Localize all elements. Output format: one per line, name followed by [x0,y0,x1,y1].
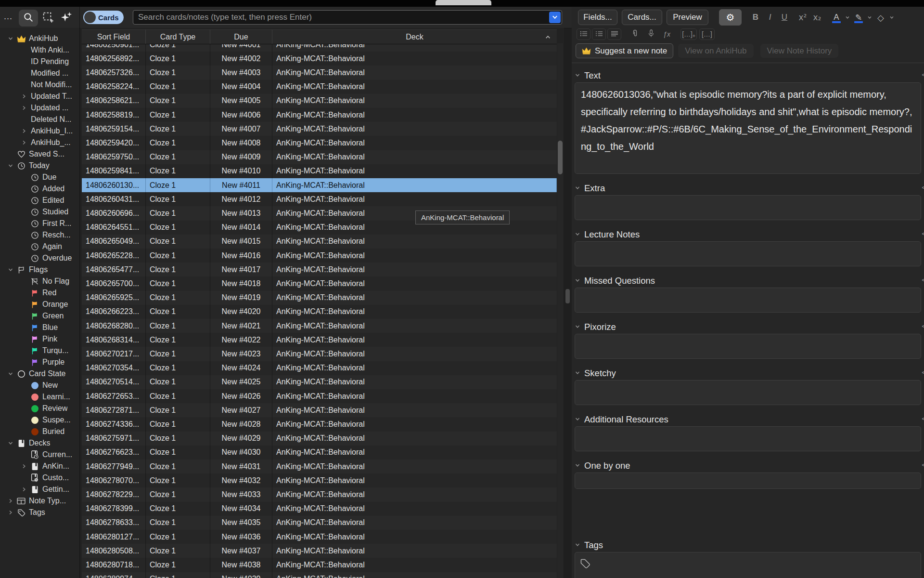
superscript-button[interactable]: x² [796,10,810,25]
sidebar-item-again[interactable]: Again [0,241,79,252]
sidebar-item-red[interactable]: Red [0,287,79,299]
sidebar-item-saved-s[interactable]: Saved S... [0,148,79,160]
chevron-right-icon[interactable] [19,462,29,470]
table-row[interactable]: 14806272871...Cloze 1New #4027AnKing-MCA… [82,403,557,417]
chevron-down-icon[interactable] [575,184,580,193]
sidebar-item-curren[interactable]: Curren... [0,449,79,460]
field-header-sketchy[interactable]: Sketchy<> [575,368,921,379]
underline-button[interactable]: U [777,10,792,25]
field-input-missed-questions[interactable] [575,288,921,313]
sidebar-item-first-r[interactable]: First R... [0,218,79,229]
chevron-right-icon[interactable] [19,92,29,100]
preview-button[interactable]: Preview [667,10,708,25]
sidebar-item-orange[interactable]: Orange [0,299,79,310]
field-header-extra[interactable]: Extra<> [575,183,921,194]
sidebar-item-review[interactable]: Review [0,403,79,414]
table-row[interactable]: 14806265477...Cloze 1New #4017AnKing-MCA… [82,263,557,276]
table-row[interactable]: 14806280508...Cloze 1New #4037AnKing-MCA… [82,544,557,558]
sidebar-item-not-modifi[interactable]: Not Modifi... [0,79,79,91]
table-row[interactable]: 14806278399...Cloze 1New #4034AnKing-MCA… [82,502,557,516]
attach-button[interactable] [628,28,642,40]
chevron-right-icon[interactable] [19,104,29,112]
field-header-missed-questions[interactable]: Missed Questions<> [575,275,921,287]
subscript-button[interactable]: x₂ [810,10,824,25]
table-row[interactable]: 14806257326...Cloze 1New #4003AnKing-MCA… [82,66,557,79]
text-color-button[interactable]: A [829,10,844,25]
sidebar-item-blue[interactable]: Blue [0,322,79,333]
html-editor-icon[interactable]: <> [922,184,924,192]
highlight-dropdown[interactable] [866,10,873,25]
chevron-down-icon[interactable] [575,369,580,378]
sidebar-item-no-flag[interactable]: No Flag [0,276,79,287]
chevron-down-icon[interactable] [575,323,580,331]
chevron-right-icon[interactable] [19,127,29,135]
field-input-lecture-notes[interactable] [575,241,921,266]
sidebar-item-tags[interactable]: Tags [0,507,79,518]
search-mode-button[interactable] [19,10,38,26]
bold-button[interactable]: B [748,10,763,25]
editor-scrollbar-thumb[interactable] [565,289,570,303]
sidebar-item-id-pending[interactable]: ID Pending [0,56,79,67]
equation-button[interactable]: ƒx [660,28,674,40]
cards-notes-toggle[interactable]: Cards [83,11,124,24]
table-row[interactable]: 14806268280...Cloze 1New #4021AnKing-MCA… [82,319,557,333]
column-header-sort-field[interactable]: Sort Field [82,30,146,44]
field-input-additional-resources[interactable] [575,426,921,451]
sidebar-item-purple[interactable]: Purple [0,356,79,368]
table-row[interactable]: 14806280974...Cloze 1New #4039AnKing-MCA… [82,572,557,578]
sidebar-item-with-anki[interactable]: With Anki... [0,44,79,56]
table-row[interactable]: 14806265925...Cloze 1New #4019AnKing-MCA… [82,291,557,305]
table-row[interactable]: 14806272653...Cloze 1New #4026AnKing-MCA… [82,389,557,403]
html-editor-icon[interactable]: <> [922,276,924,285]
field-header-one-by-one[interactable]: One by one<> [575,460,921,472]
chevron-right-icon[interactable] [19,139,29,146]
sidebar-item-updated-t[interactable]: Updated T... [0,91,79,102]
html-editor-icon[interactable]: <> [922,368,924,377]
cloze-new-button[interactable]: […]+ [680,28,697,40]
table-row[interactable]: 14806278229...Cloze 1New #4033AnKing-MCA… [82,487,557,501]
sidebar-item-ankin[interactable]: AnKin... [0,460,79,472]
chevron-down-icon[interactable] [575,541,580,550]
sparkles-button[interactable] [59,11,74,26]
table-row[interactable]: 14806260431...Cloze 1New #4012AnKing-MCA… [82,192,557,206]
table-row[interactable]: 14806258224...Cloze 1New #4004AnKing-MCA… [82,80,557,94]
table-row[interactable]: 14806270217...Cloze 1New #4023AnKing-MCA… [82,347,557,361]
sidebar-item-new[interactable]: New [0,380,79,391]
sidebar-item-flags[interactable]: Flags [0,264,79,276]
html-editor-icon[interactable]: <> [922,322,924,331]
remove-formatting-dropdown[interactable] [888,10,896,25]
table-row[interactable]: 14806275971...Cloze 1New #4029AnKing-MCA… [82,432,557,446]
chevron-down-icon[interactable] [6,35,15,42]
field-header-pixorize[interactable]: Pixorize<> [575,321,921,333]
table-row[interactable]: 14806274336...Cloze 1New #4028AnKing-MCA… [82,417,557,431]
tags-header[interactable]: Tags [575,539,921,551]
table-row[interactable]: 14806266223...Cloze 1New #4020AnKing-MCA… [82,305,557,319]
table-row[interactable]: 14806259841...Cloze 1New #4010AnKing-MCA… [82,164,557,178]
table-row[interactable]: 14806265700...Cloze 1New #4018AnKing-MCA… [82,276,557,290]
sidebar-item-learni[interactable]: Learni... [0,391,79,403]
sidebar-item-card-state[interactable]: Card State [0,368,79,380]
ordered-list-button[interactable] [592,28,606,40]
table-row[interactable]: 14806258621...Cloze 1New #4005AnKing-MCA… [82,94,557,108]
table-row[interactable]: 14806259750...Cloze 1New #4009AnKing-MCA… [82,150,557,164]
sidebar-item-gettin[interactable]: Gettin... [0,484,79,495]
table-row[interactable]: 14806260130...Cloze 1New #4011AnKing-MCA… [82,178,557,192]
cards-button[interactable]: Cards... [622,10,662,25]
table-row[interactable]: 14806278070...Cloze 1New #4032AnKing-MCA… [82,473,557,487]
cloze-same-button[interactable]: […] [699,28,715,40]
chevron-down-icon[interactable] [575,276,580,285]
italic-button[interactable]: I [763,10,777,25]
table-row[interactable]: 14806278633...Cloze 1New #4035AnKing-MCA… [82,516,557,530]
sidebar-item-overdue[interactable]: Overdue [0,252,79,264]
highlight-button[interactable]: ✎ [851,10,866,25]
chevron-down-icon[interactable] [575,461,580,470]
table-row[interactable]: 14806270514...Cloze 1New #4025AnKing-MCA… [82,375,557,389]
chevron-right-icon[interactable] [6,509,15,516]
chevron-down-icon[interactable] [575,415,580,424]
table-row[interactable]: 14806259154...Cloze 1New #4007AnKing-MCA… [82,122,557,136]
sidebar-item-green[interactable]: Green [0,310,79,322]
sidebar-item-edited[interactable]: Edited [0,195,79,206]
field-header-lecture-notes[interactable]: Lecture Notes<> [575,229,921,240]
chevron-down-icon[interactable] [6,439,15,447]
html-editor-icon[interactable]: <> [922,415,924,423]
